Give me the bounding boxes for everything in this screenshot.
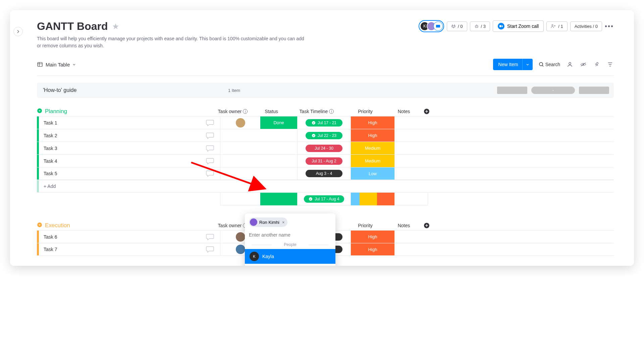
hide-icon[interactable] xyxy=(580,61,587,68)
summary-timeline-cell: Jul 17 - Aug 4 xyxy=(297,193,351,205)
group-collapse-icon[interactable] xyxy=(37,108,42,115)
column-header-timeline[interactable]: Task Timelinei xyxy=(290,109,343,114)
column-header-owner[interactable]: Task owneri xyxy=(213,109,253,114)
notes-cell[interactable] xyxy=(394,142,428,154)
howto-guide-group[interactable]: 'How-to' guide 1 Item - xyxy=(37,83,614,98)
info-icon[interactable]: i xyxy=(329,109,334,114)
task-name-cell[interactable]: Task 3 xyxy=(39,146,200,151)
task-owner-cell[interactable] xyxy=(220,142,260,154)
filter-icon[interactable] xyxy=(606,61,614,68)
board-members-avatars[interactable]: K xyxy=(419,20,444,32)
svg-point-3 xyxy=(477,26,477,27)
priority-segment xyxy=(351,193,360,205)
notes-cell[interactable] xyxy=(394,129,428,142)
task-row: Task 2Jul 22 - 23High xyxy=(37,129,614,142)
group-title-planning[interactable]: Planning xyxy=(45,108,213,115)
column-header-priority[interactable]: Priority xyxy=(343,223,387,228)
favorite-star-icon[interactable]: ★ xyxy=(112,22,119,31)
svg-point-2 xyxy=(476,26,476,27)
invite-button[interactable]: / 1 xyxy=(546,21,567,31)
task-name-cell[interactable]: Task 5 xyxy=(39,171,200,176)
status-cell[interactable]: Done xyxy=(260,116,297,129)
priority-segment xyxy=(377,193,394,205)
notes-cell[interactable] xyxy=(394,116,428,129)
selected-person-chip[interactable]: Ron Kimhi × xyxy=(249,217,287,227)
placeholder-bar xyxy=(579,87,609,94)
summary-notes-cell xyxy=(394,193,428,205)
timeline-cell[interactable]: Jul 31 - Aug 2 xyxy=(297,155,351,167)
new-item-dropdown[interactable] xyxy=(522,59,533,70)
task-conversation-button[interactable] xyxy=(200,246,220,253)
notes-cell[interactable] xyxy=(394,155,428,167)
notes-cell[interactable] xyxy=(394,243,428,255)
new-item-button[interactable]: New Item xyxy=(493,59,524,70)
priority-cell[interactable]: High xyxy=(351,129,394,142)
add-column-button[interactable] xyxy=(421,222,433,229)
automations-button[interactable]: / 3 xyxy=(470,21,490,31)
column-header-status[interactable]: Status xyxy=(253,109,290,114)
person-filter-icon[interactable] xyxy=(566,61,574,68)
timeline-cell[interactable]: Aug 3 - 4 xyxy=(297,167,351,180)
svg-rect-0 xyxy=(436,25,440,28)
task-conversation-button[interactable] xyxy=(200,119,220,126)
task-conversation-button[interactable] xyxy=(200,234,220,240)
timeline-cell[interactable]: Jul 17 - 21 xyxy=(297,116,351,129)
svg-point-8 xyxy=(569,62,571,64)
start-zoom-button[interactable]: Start Zoom call xyxy=(493,20,544,32)
person-option[interactable]: LSLea Serfaty xyxy=(245,264,335,266)
group-collapse-icon[interactable] xyxy=(37,222,42,229)
placeholder-bar xyxy=(497,87,527,94)
person-option[interactable]: KKayla xyxy=(245,249,335,264)
timeline-cell[interactable]: Jul 22 - 23 xyxy=(297,129,351,142)
task-name-cell[interactable]: Task 4 xyxy=(39,158,200,164)
task-conversation-button[interactable] xyxy=(200,145,220,152)
priority-cell[interactable]: High xyxy=(351,116,394,129)
timeline-cell[interactable]: Jul 24 - 30 xyxy=(297,142,351,154)
avatar xyxy=(433,21,443,31)
avatar xyxy=(236,118,245,128)
task-row: Task 3Jul 24 - 30Medium xyxy=(37,142,614,154)
task-owner-popup: Ron Kimhi × People KKaylaLSLea Serfatyya… xyxy=(245,213,335,266)
integrations-button[interactable]: / 0 xyxy=(447,21,467,31)
svg-rect-4 xyxy=(499,25,501,27)
status-cell[interactable] xyxy=(260,129,297,142)
task-name-cell[interactable]: Task 7 xyxy=(39,247,200,252)
svg-point-7 xyxy=(539,62,543,66)
task-owner-cell[interactable] xyxy=(220,129,260,142)
remove-chip-icon[interactable]: × xyxy=(282,220,285,225)
task-owner-cell[interactable] xyxy=(220,116,260,129)
view-selector[interactable]: Main Table xyxy=(37,61,76,67)
person-search-input[interactable] xyxy=(245,230,335,240)
add-task-button[interactable]: + Add xyxy=(39,184,56,189)
pin-icon[interactable] xyxy=(593,61,600,68)
task-name-cell[interactable]: Task 2 xyxy=(39,133,200,138)
priority-cell[interactable]: Low xyxy=(351,167,394,180)
sidebar-expand-button[interactable] xyxy=(13,27,23,36)
priority-cell[interactable]: High xyxy=(351,243,394,255)
avatar: K xyxy=(250,252,259,261)
priority-cell[interactable]: Medium xyxy=(351,142,394,154)
notes-cell[interactable] xyxy=(394,231,428,243)
board-title[interactable]: GANTT Board xyxy=(37,20,108,33)
column-header-notes[interactable]: Notes xyxy=(387,109,421,114)
add-column-button[interactable] xyxy=(421,108,433,114)
activities-button[interactable]: Activities / 0 xyxy=(570,21,602,31)
task-name-cell[interactable]: Task 6 xyxy=(39,234,200,240)
avatar xyxy=(236,232,245,242)
group-title-execution[interactable]: Execution xyxy=(45,222,213,229)
svg-point-13 xyxy=(312,121,315,125)
search-button[interactable]: Search xyxy=(539,61,560,68)
task-name-cell[interactable]: Task 1 xyxy=(39,120,200,126)
priority-cell[interactable]: Medium xyxy=(351,155,394,167)
board-description[interactable]: This board will help you efficiently man… xyxy=(37,35,305,49)
task-row: Task 5Aug 3 - 4Low xyxy=(37,167,614,180)
priority-cell[interactable]: High xyxy=(351,231,394,243)
notes-cell[interactable] xyxy=(394,167,428,180)
more-options-icon[interactable]: ••• xyxy=(605,22,614,30)
column-header-notes[interactable]: Notes xyxy=(387,223,421,228)
svg-rect-1 xyxy=(475,26,478,28)
task-conversation-button[interactable] xyxy=(200,132,220,139)
status-cell[interactable] xyxy=(260,142,297,154)
info-icon[interactable]: i xyxy=(243,109,248,114)
column-header-priority[interactable]: Priority xyxy=(343,109,387,114)
